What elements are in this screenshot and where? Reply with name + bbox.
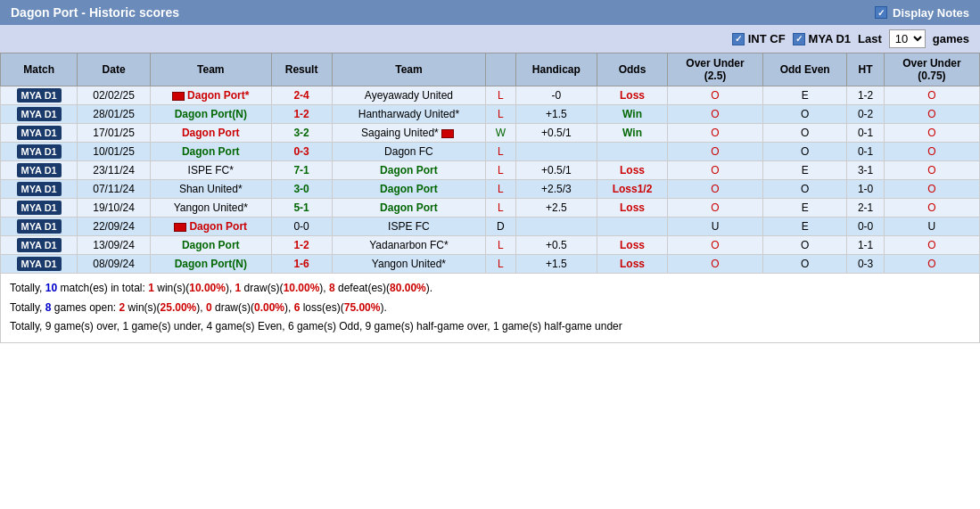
match-result: 2-4 [271,86,332,105]
handicap-cell: +0.5 [515,236,597,255]
ou25-cell: O [667,161,762,180]
wl-indicator: D [486,218,515,236]
odds-cell [597,143,668,161]
summary-line1: Totally, 10 match(es) in total: 1 win(s)… [10,279,970,299]
col-wl [486,53,515,86]
display-notes-checkbox[interactable]: ✓ [875,6,887,19]
match-badge: MYA D1 [1,124,78,143]
oe-cell: E [763,199,847,218]
team1-cell: Dagon Port [150,218,271,236]
display-notes-control[interactable]: ✓ Display Notes [875,6,969,20]
team2-cell: Ayeyawady United [332,86,486,105]
handicap-cell: +2.5 [515,199,597,218]
team1-cell: Dagon Port(N) [150,255,271,274]
ou075-cell: O [884,255,979,274]
table-row: MYA D102/02/25Dagon Port*2-4Ayeyawady Un… [1,86,980,105]
ou25-cell: O [667,199,762,218]
ht-cell: 1-1 [847,236,884,255]
oe-cell: E [763,218,847,236]
team2-cell: Sagaing United* [332,124,486,143]
summary-section: Totally, 10 match(es) in total: 1 win(s)… [0,274,980,343]
team2-cell: Dagon Port [332,199,486,218]
team1-cell: ISPE FC* [150,161,271,180]
match-result: 1-2 [271,236,332,255]
odds-cell: Win [597,105,668,124]
ou075-cell: O [884,143,979,161]
table-row: MYA D107/11/24Shan United*3-0Dagon PortL… [1,180,980,199]
oe-cell: E [763,86,847,105]
oe-cell: O [763,105,847,124]
match-badge: MYA D1 [1,218,78,236]
ou075-cell: O [884,105,979,124]
title-bar: Dagon Port - Historic scores ✓ Display N… [0,0,980,25]
table-row: MYA D128/01/25Dagon Port(N)1-2Hantharwad… [1,105,980,124]
match-result: 7-1 [271,161,332,180]
match-badge: MYA D1 [1,105,78,124]
int-cf-filter[interactable]: ✓ INT CF [732,32,786,45]
ou25-cell: O [667,124,762,143]
match-badge: MYA D1 [1,199,78,218]
ou25-cell: O [667,236,762,255]
odds-cell [597,218,668,236]
col-oe: Odd Even [763,53,847,86]
int-cf-checkbox[interactable]: ✓ [732,33,745,45]
ou25-cell: O [667,180,762,199]
oe-cell: O [763,255,847,274]
match-result: 0-3 [271,143,332,161]
match-date: 28/01/25 [78,105,151,124]
scores-table: Match Date Team Result Team Handicap Odd… [0,53,980,274]
col-handicap: Handicap [515,53,597,86]
match-date: 19/10/24 [78,199,151,218]
ou075-cell: O [884,161,979,180]
match-result: 1-2 [271,105,332,124]
table-row: MYA D117/01/25Dagon Port3-2Sagaing Unite… [1,124,980,143]
match-badge: MYA D1 [1,180,78,199]
oe-cell: O [763,143,847,161]
team2-cell: Dagon FC [332,143,486,161]
col-ou075: Over Under(0.75) [884,53,979,86]
ou075-cell: O [884,124,979,143]
ht-cell: 2-1 [847,199,884,218]
ou25-cell: O [667,86,762,105]
ou075-cell: O [884,180,979,199]
summary-line3: Totally, 9 game(s) over, 1 game(s) under… [10,317,970,337]
ht-cell: 0-1 [847,124,884,143]
col-match: Match [1,53,78,86]
ht-cell: 0-1 [847,143,884,161]
oe-cell: E [763,161,847,180]
wl-indicator: W [486,124,515,143]
match-date: 02/02/25 [78,86,151,105]
ht-cell: 3-1 [847,161,884,180]
wl-indicator: L [486,236,515,255]
wl-indicator: L [486,143,515,161]
match-badge: MYA D1 [1,255,78,274]
team1-cell: Dagon Port [150,236,271,255]
handicap-cell: +1.5 [515,105,597,124]
summary-line2: Totally, 8 games open: 2 win(s)(25.00%),… [10,299,970,318]
table-header-row: Match Date Team Result Team Handicap Odd… [1,53,980,86]
col-team1: Team [150,53,271,86]
wl-indicator: L [486,180,515,199]
handicap-cell: +2.5/3 [515,180,597,199]
table-row: MYA D119/10/24Yangon United*5-1Dagon Por… [1,199,980,218]
oe-cell: O [763,124,847,143]
games-select[interactable]: 5 10 15 20 25 30 40 50 All [889,29,926,48]
team2-cell: Dagon Port [332,161,486,180]
ou075-cell: U [884,218,979,236]
flag-icon [172,92,185,101]
mya-d1-filter[interactable]: ✓ MYA D1 [793,32,851,45]
team1-cell: Shan United* [150,180,271,199]
odds-cell: Loss [597,255,668,274]
match-date: 07/11/24 [78,180,151,199]
odds-cell: Loss1/2 [597,180,668,199]
handicap-cell: +0.5/1 [515,124,597,143]
col-result: Result [271,53,332,86]
last-label: Last [858,32,882,45]
ou075-cell: O [884,236,979,255]
table-row: MYA D113/09/24Dagon Port1-2Yadanarbon FC… [1,236,980,255]
match-result: 3-2 [271,124,332,143]
match-result: 0-0 [271,218,332,236]
mya-d1-checkbox[interactable]: ✓ [793,33,805,45]
handicap-cell: +1.5 [515,255,597,274]
team1-cell: Dagon Port [150,124,271,143]
